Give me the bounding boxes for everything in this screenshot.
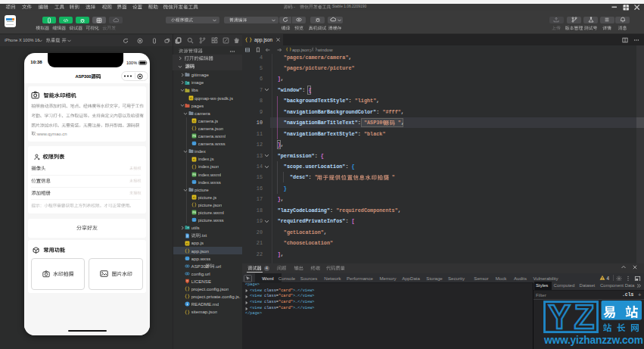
svg-text:YZ: YZ bbox=[549, 298, 595, 335]
svg-text:www.yizhanzzw.com: www.yizhanzzw.com bbox=[543, 335, 643, 346]
